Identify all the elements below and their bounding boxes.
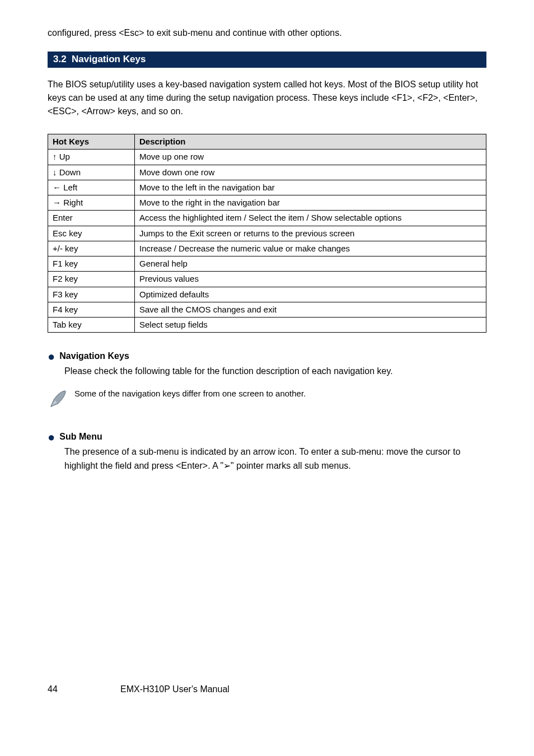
cell-key: ↑ Up bbox=[48, 150, 135, 165]
table-row: F1 keyGeneral help bbox=[48, 256, 486, 272]
table-row: F3 keyOptimized defaults bbox=[48, 287, 486, 302]
table-row: F4 keySave all the CMOS changes and exit bbox=[48, 302, 486, 317]
cell-key: F1 key bbox=[48, 256, 135, 272]
table-row: +/- keyIncrease / Decrease the numeric v… bbox=[48, 241, 486, 256]
bullet-icon: ● bbox=[48, 351, 55, 363]
cell-desc: Move up one row bbox=[135, 150, 486, 165]
table-row: ← LeftMove to the left in the navigation… bbox=[48, 180, 486, 195]
th-hotkeys: Hot Keys bbox=[48, 134, 135, 150]
th-description: Description bbox=[135, 134, 486, 150]
cell-key: ← Left bbox=[48, 180, 135, 195]
intro-paragraph: The BIOS setup/utility uses a key-based … bbox=[48, 78, 486, 118]
cell-key: F2 key bbox=[48, 272, 135, 287]
cell-desc: Move to the left in the navigation bar bbox=[135, 180, 486, 195]
section-header: 3.2 Navigation Keys bbox=[48, 52, 486, 68]
cell-desc: Save all the CMOS changes and exit bbox=[135, 302, 486, 317]
table-row: ↑ UpMove up one row bbox=[48, 150, 486, 165]
cell-key: F4 key bbox=[48, 302, 135, 317]
hotkeys-table: Hot Keys Description ↑ UpMove up one row… bbox=[48, 134, 486, 333]
table-row: EnterAccess the highlighted item / Selec… bbox=[48, 211, 486, 226]
cell-desc: Jumps to the Exit screen or returns to t… bbox=[135, 226, 486, 241]
footer-page-number: 44 bbox=[48, 684, 120, 694]
table-row: Esc keyJumps to the Exit screen or retur… bbox=[48, 226, 486, 241]
bullet-icon: ● bbox=[48, 431, 55, 444]
cell-key: → Right bbox=[48, 195, 135, 211]
cell-key: Esc key bbox=[48, 226, 135, 241]
cell-desc: Select setup fields bbox=[135, 318, 486, 333]
table-row: → RightMove to the right in the navigati… bbox=[48, 195, 486, 211]
note-text: Some of the navigation keys differ from … bbox=[74, 388, 486, 400]
bullet1-text: Please check the following table for the… bbox=[64, 365, 486, 379]
cell-desc: Move to the right in the navigation bar bbox=[135, 195, 486, 211]
pen-note-icon bbox=[48, 389, 69, 414]
section-title: Navigation Keys bbox=[72, 54, 146, 64]
bullet2-text: The presence of a sub-menu is indicated … bbox=[64, 445, 486, 473]
cell-key: ↓ Down bbox=[48, 165, 135, 180]
cell-desc: Previous values bbox=[135, 272, 486, 287]
bullet1-title: Navigation Keys bbox=[59, 349, 129, 363]
cell-key: +/- key bbox=[48, 241, 135, 256]
cell-desc: General help bbox=[135, 256, 486, 272]
table-row: Tab keySelect setup fields bbox=[48, 318, 486, 333]
cell-desc: Optimized defaults bbox=[135, 287, 486, 302]
section-number: 3.2 bbox=[53, 54, 67, 64]
cell-key: F3 key bbox=[48, 287, 135, 302]
page-footer: 44 EMX-H310P User's Manual bbox=[48, 684, 486, 694]
footer-product: EMX-H310P bbox=[120, 684, 170, 694]
cell-desc: Access the highlighted item / Select the… bbox=[135, 211, 486, 226]
table-row: F2 keyPrevious values bbox=[48, 272, 486, 287]
footer-manual: User's Manual bbox=[172, 684, 229, 694]
cell-desc: Move down one row bbox=[135, 165, 486, 180]
pre-heading-text: configured, press <Esc> to exit sub-menu… bbox=[48, 28, 486, 38]
table-row: ↓ DownMove down one row bbox=[48, 165, 486, 180]
cell-key: Enter bbox=[48, 211, 135, 226]
bullet2-title: Sub Menu bbox=[59, 430, 102, 444]
cell-key: Tab key bbox=[48, 318, 135, 333]
cell-desc: Increase / Decrease the numeric value or… bbox=[135, 241, 486, 256]
